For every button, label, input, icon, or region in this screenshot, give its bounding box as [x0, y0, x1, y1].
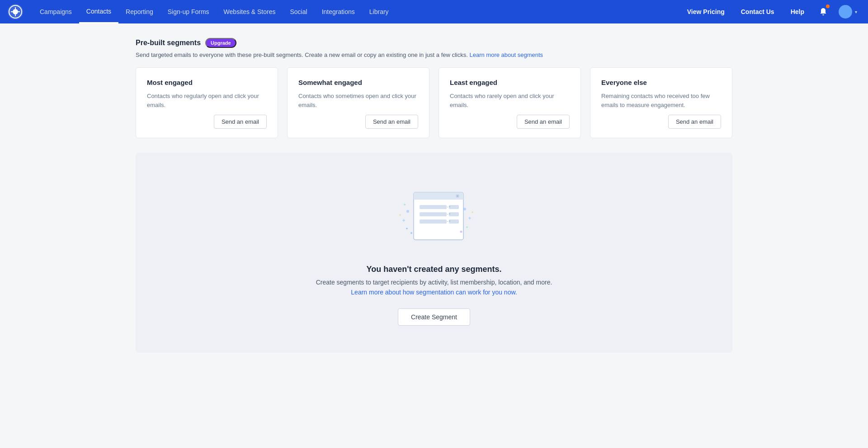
most-engaged-desc: Contacts who regularly open and click yo… — [147, 92, 267, 109]
svg-point-31 — [466, 226, 468, 228]
least-engaged-desc: Contacts who rarely open and click your … — [450, 92, 570, 109]
user-menu[interactable]: ▾ — [835, 0, 861, 23]
everyone-else-desc: Remaining contacts who received too few … — [601, 92, 721, 109]
segment-card-somewhat-engaged: Somewhat engaged Contacts who sometimes … — [287, 67, 429, 138]
nav-reporting[interactable]: Reporting — [118, 0, 160, 23]
notifications-button[interactable] — [813, 0, 833, 23]
app-logo[interactable] — [7, 4, 24, 20]
learn-segmentation-link[interactable]: Learn more about how segmentation can wo… — [351, 289, 517, 296]
chevron-down-icon: ▾ — [855, 9, 857, 14]
prebuilt-subtitle: Send targeted emails to everyone with th… — [136, 51, 732, 58]
svg-rect-13 — [420, 212, 447, 216]
nav-campaigns[interactable]: Campaigns — [33, 0, 79, 23]
svg-point-33 — [460, 231, 462, 233]
segment-card-everyone-else: Everyone else Remaining contacts who rec… — [590, 67, 732, 138]
upgrade-button[interactable]: Upgrade — [205, 38, 236, 48]
nav-links: Campaigns Contacts Reporting Sign-up For… — [33, 0, 680, 23]
somewhat-engaged-desc: Contacts who sometimes open and click yo… — [298, 92, 418, 109]
somewhat-engaged-title: Somewhat engaged — [298, 79, 418, 86]
svg-rect-19 — [449, 219, 459, 224]
svg-point-32 — [472, 212, 473, 213]
svg-point-1 — [13, 9, 18, 14]
everyone-else-title: Everyone else — [601, 79, 721, 86]
somewhat-engaged-send-email-button[interactable]: Send an email — [365, 115, 418, 129]
nav-contacts[interactable]: Contacts — [79, 0, 118, 23]
prebuilt-title: Pre-built segments — [136, 39, 201, 47]
segment-card-most-engaged: Most engaged Contacts who regularly open… — [136, 67, 278, 138]
empty-state-description: Create segments to target recipients by … — [316, 279, 552, 286]
empty-state-title: You haven't created any segments. — [366, 265, 501, 274]
svg-rect-18 — [420, 219, 447, 224]
most-engaged-send-email-button[interactable]: Send an email — [214, 115, 267, 129]
empty-state: You haven't created any segments. Create… — [136, 153, 732, 353]
nav-right: View Pricing Contact Us Help ▾ — [680, 0, 861, 23]
notification-badge — [826, 5, 830, 8]
svg-point-23 — [406, 210, 409, 213]
nav-integrations[interactable]: Integrations — [315, 0, 362, 23]
prebuilt-header: Pre-built segments Upgrade — [136, 38, 732, 48]
svg-point-34 — [410, 232, 412, 234]
everyone-else-send-email-button[interactable]: Send an email — [668, 115, 721, 129]
svg-point-27 — [400, 215, 401, 216]
nav-websites-stores[interactable]: Websites & Stores — [217, 0, 283, 23]
avatar — [839, 5, 852, 19]
most-engaged-title: Most engaged — [147, 79, 267, 86]
svg-rect-14 — [449, 212, 459, 216]
nav-help[interactable]: Help — [783, 0, 811, 23]
svg-point-26 — [404, 204, 406, 205]
empty-illustration — [389, 180, 479, 252]
nav-signup-forms[interactable]: Sign-up Forms — [160, 0, 217, 23]
nav-library[interactable]: Library — [362, 0, 396, 23]
svg-rect-8 — [420, 205, 447, 209]
svg-point-28 — [463, 208, 466, 210]
segment-cards-grid: Most engaged Contacts who regularly open… — [136, 67, 732, 138]
create-segment-button[interactable]: Create Segment — [398, 308, 470, 326]
least-engaged-send-email-button[interactable]: Send an email — [517, 115, 570, 129]
svg-rect-9 — [449, 205, 459, 209]
nav-social[interactable]: Social — [283, 0, 315, 23]
main-content: Pre-built segments Upgrade Send targeted… — [118, 23, 750, 367]
nav-view-pricing[interactable]: View Pricing — [680, 0, 732, 23]
segment-card-least-engaged: Least engaged Contacts who rarely open a… — [439, 67, 581, 138]
least-engaged-title: Least engaged — [450, 79, 570, 86]
nav-contact-us[interactable]: Contact Us — [734, 0, 782, 23]
learn-more-segments-link[interactable]: Learn more about segments — [470, 51, 543, 58]
navbar: Campaigns Contacts Reporting Sign-up For… — [0, 0, 868, 23]
